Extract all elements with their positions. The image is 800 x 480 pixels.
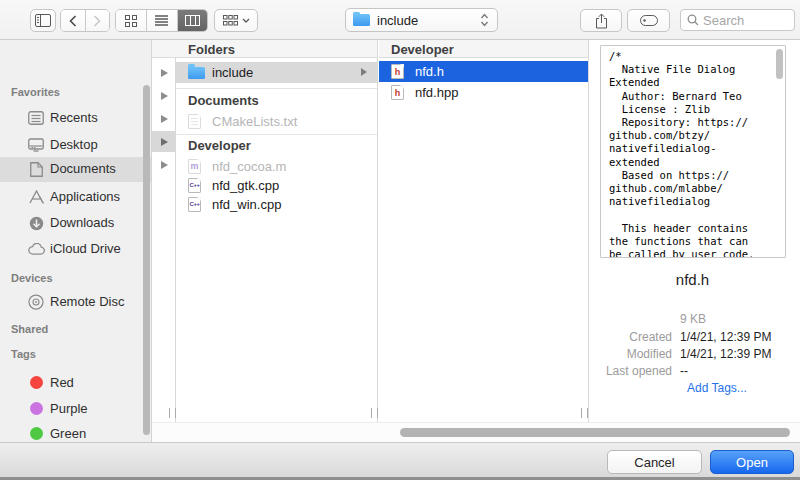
open-button[interactable]: Open (710, 450, 794, 474)
file-name: nfd_cocoa.m (212, 159, 286, 174)
file-name: nfd_win.cpp (212, 197, 281, 212)
sidebar-item-downloads[interactable]: Downloads (0, 211, 152, 235)
tag-green-dot-icon (30, 427, 43, 440)
meta-value-last-opened: -- (680, 364, 688, 378)
meta-label-created: Created (592, 330, 672, 344)
downloads-icon (27, 214, 45, 232)
sidebar-item-desktop[interactable]: Desktop (0, 133, 152, 157)
file-row-nfd-hpp[interactable]: h nfd.hpp (379, 82, 588, 103)
column-folders: Folders include Documents CMakeLists.txt… (176, 40, 378, 422)
file-content-text: /* Native File Dialog Extended Author: B… (601, 46, 785, 258)
column-developer: Developer h nfd.h h nfd.hpp (379, 40, 589, 422)
preview-pane: /* Native File Dialog Extended Author: B… (589, 40, 800, 422)
sidebar-section-shared: Shared (11, 323, 48, 335)
group-divider (176, 134, 377, 135)
sidebar-item-tag-red[interactable]: Red (0, 371, 152, 395)
sidebar-item-icloud-drive[interactable]: iCloud Drive (0, 237, 152, 261)
preview-file-name: nfd.h (589, 271, 796, 288)
icon-view-icon (125, 15, 137, 27)
column-resize-handle[interactable] (169, 408, 176, 418)
file-name: CMakeLists.txt (212, 114, 297, 129)
share-icon (595, 13, 608, 29)
column-view-button[interactable] (177, 10, 207, 31)
sidebar-item-label: Documents (50, 161, 116, 176)
sidebar-item-applications[interactable]: Applications (0, 185, 152, 209)
path-popup-button[interactable]: include (345, 8, 498, 32)
toggle-sidebar-button[interactable] (30, 9, 56, 32)
disclosure-arrow-icon (152, 85, 176, 106)
sidebar-item-remote-disc[interactable]: Remote Disc (0, 290, 152, 314)
sidebar-scrollbar[interactable] (143, 85, 150, 435)
file-row-include[interactable]: include (176, 62, 377, 83)
sidebar-item-label: iCloud Drive (50, 241, 121, 256)
column-resize-handle[interactable] (581, 408, 588, 418)
horizontal-scrollbar[interactable] (152, 422, 800, 442)
icon-view-button[interactable] (116, 10, 146, 31)
sidebar-section-favorites: Favorites (11, 86, 60, 98)
icloud-icon (27, 240, 45, 258)
parent-column-edge (152, 40, 176, 422)
popup-chevrons-icon (480, 13, 489, 27)
sidebar-item-recents[interactable]: Recents (0, 106, 152, 130)
file-row-nfd-gtk[interactable]: C++ nfd_gtk.cpp (176, 175, 377, 195)
meta-value-modified: 1/4/21, 12:39 PM (680, 347, 771, 361)
column-header-label: Developer (391, 42, 454, 57)
back-button[interactable] (61, 10, 85, 31)
search-field[interactable] (680, 9, 795, 31)
file-row-nfd-cocoa[interactable]: m nfd_cocoa.m (176, 156, 377, 176)
sidebar-item-documents[interactable]: Documents (0, 157, 152, 182)
sidebar-item-tag-green[interactable]: Green (0, 422, 152, 442)
tags-button[interactable] (627, 9, 670, 32)
column-header: Developer (379, 40, 588, 58)
finder-open-dialog: include (0, 0, 800, 480)
cancel-button[interactable]: Cancel (607, 450, 702, 474)
history-nav (60, 9, 110, 32)
disclosure-arrow-icon (152, 108, 176, 129)
add-tags-link[interactable]: Add Tags... (687, 381, 747, 395)
recents-icon (27, 109, 45, 127)
column-view-icon (185, 15, 200, 26)
group-by-button[interactable] (214, 9, 258, 32)
column-resize-handle[interactable] (371, 408, 378, 418)
objc-file-icon: m (188, 159, 201, 174)
parent-column-header (152, 40, 176, 58)
chevron-down-icon (242, 18, 250, 23)
file-row-cmakelists[interactable]: CMakeLists.txt (176, 111, 377, 131)
sidebar-item-label: Purple (50, 401, 88, 416)
sidebar-item-label: Applications (50, 189, 120, 204)
file-name: nfd.h (415, 64, 444, 79)
chevron-right-icon (93, 15, 101, 27)
file-name: nfd.hpp (415, 85, 458, 100)
file-row-nfd-h[interactable]: h nfd.h (379, 61, 588, 82)
disclosure-arrow-icon (152, 62, 176, 83)
disclosure-arrow-icon-selected (152, 131, 176, 152)
preview-scrollbar[interactable] (776, 49, 783, 79)
sidebar-section-devices: Devices (11, 272, 53, 284)
sidebar-item-label: Recents (50, 110, 98, 125)
sidebar-item-tag-purple[interactable]: Purple (0, 397, 152, 421)
list-view-button[interactable] (146, 10, 176, 31)
group-header-documents: Documents (188, 93, 259, 108)
search-input[interactable] (703, 13, 783, 28)
chevron-left-icon (69, 15, 77, 27)
group-header-developer: Developer (188, 138, 251, 153)
column-header-label: Folders (188, 42, 235, 57)
meta-value-created: 1/4/21, 12:39 PM (680, 330, 771, 344)
file-row-nfd-win[interactable]: C++ nfd_win.cpp (176, 194, 377, 214)
disclosure-arrow-icon (361, 68, 367, 76)
share-button[interactable] (580, 9, 622, 32)
horizontal-scrollbar-thumb[interactable] (400, 428, 790, 437)
sidebar-item-label: Remote Disc (50, 294, 124, 309)
forward-button[interactable] (85, 10, 109, 31)
meta-label-modified: Modified (592, 347, 672, 361)
preview-file-size: 9 KB (680, 312, 706, 326)
file-name: include (212, 65, 253, 80)
sidebar-item-label: Desktop (50, 137, 98, 152)
sidebar-item-label: Downloads (50, 215, 114, 230)
header-file-icon: h (391, 64, 404, 79)
toolbar: include (0, 0, 800, 40)
sidebar-section-tags: Tags (11, 348, 36, 360)
disc-icon (27, 293, 45, 311)
tag-purple-dot-icon (30, 402, 43, 415)
desktop-icon (27, 136, 45, 154)
